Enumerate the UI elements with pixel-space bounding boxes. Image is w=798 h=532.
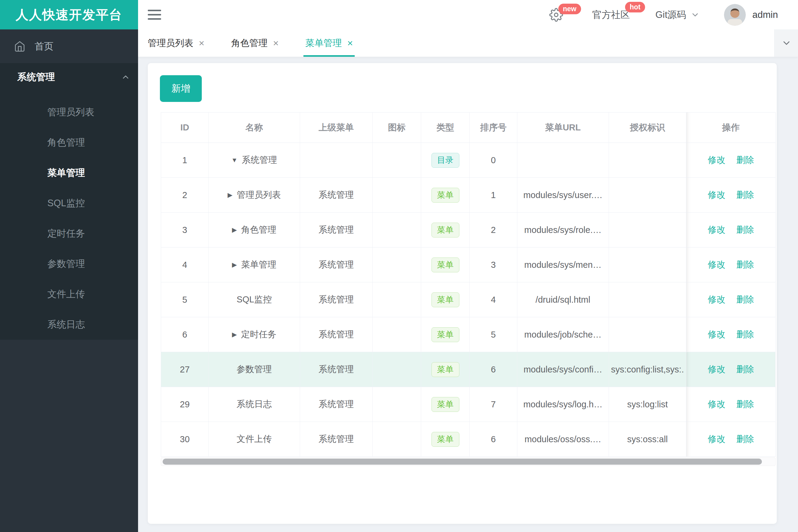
delete-link[interactable]: 删除 bbox=[737, 154, 754, 166]
horizontal-scrollbar-thumb[interactable] bbox=[163, 459, 762, 465]
sidebar-item-label: 定时任务 bbox=[47, 227, 85, 240]
sidebar-item[interactable]: 角色管理 bbox=[0, 127, 138, 158]
close-icon[interactable]: × bbox=[273, 38, 279, 48]
cell-url: modules/sys/role.… bbox=[517, 213, 609, 247]
delete-link[interactable]: 删除 bbox=[737, 328, 754, 341]
delete-link[interactable]: 删除 bbox=[737, 363, 754, 376]
tab-list: 管理员列表×角色管理×菜单管理× bbox=[138, 30, 798, 57]
sidebar-item-label: 管理员列表 bbox=[47, 106, 94, 119]
user-menu[interactable]: admin bbox=[724, 4, 778, 26]
avatar bbox=[724, 4, 746, 26]
tab-label: 角色管理 bbox=[231, 37, 267, 50]
edit-link[interactable]: 修改 bbox=[708, 224, 725, 236]
edit-link[interactable]: 修改 bbox=[708, 154, 725, 166]
git-source-label: Git源码 bbox=[655, 8, 686, 21]
tab-item[interactable]: 管理员列表× bbox=[148, 30, 204, 57]
edit-link[interactable]: 修改 bbox=[708, 398, 725, 411]
table-header-row: ID名称上级菜单图标类型排序号菜单URL授权标识操作 bbox=[161, 113, 775, 143]
edit-link[interactable]: 修改 bbox=[708, 293, 725, 306]
close-icon[interactable]: × bbox=[347, 38, 353, 48]
horizontal-scrollbar-track[interactable] bbox=[161, 457, 776, 466]
edit-link[interactable]: 修改 bbox=[708, 433, 725, 445]
tab-item[interactable]: 菜单管理× bbox=[305, 30, 353, 57]
hamburger-icon bbox=[148, 18, 161, 20]
sidebar-item[interactable]: 管理员列表 bbox=[0, 97, 138, 127]
cell-url: modules/sys/log.h… bbox=[517, 387, 609, 422]
expand-closed-icon[interactable]: ▶ bbox=[227, 191, 233, 199]
expand-closed-icon[interactable]: ▶ bbox=[232, 226, 237, 233]
cell-id: 29 bbox=[161, 387, 209, 422]
cell-perms bbox=[609, 178, 687, 212]
delete-link[interactable]: 删除 bbox=[737, 189, 754, 201]
sidebar-item[interactable]: 定时任务 bbox=[0, 218, 138, 249]
community-link[interactable]: 官方社区 hot bbox=[592, 8, 630, 21]
sidebar-item-home[interactable]: 首页 bbox=[0, 30, 138, 63]
expand-open-icon[interactable]: ▼ bbox=[231, 156, 238, 164]
add-button[interactable]: 新增 bbox=[160, 75, 202, 102]
cell-name: ▶管理员列表 bbox=[209, 178, 300, 212]
table-row[interactable]: 3▶角色管理系统管理菜单2modules/sys/role.…修改删除 bbox=[161, 213, 775, 247]
sidebar-item-label: 系统日志 bbox=[47, 318, 85, 331]
table-row[interactable]: 30文件上传系统管理菜单6modules/oss/oss.…sys:oss:al… bbox=[161, 422, 775, 457]
sidebar-item[interactable]: 菜单管理 bbox=[0, 158, 138, 188]
sidebar-item-label: 菜单管理 bbox=[47, 167, 85, 179]
close-icon[interactable]: × bbox=[199, 38, 204, 48]
cell-icon bbox=[373, 247, 421, 282]
settings-button[interactable]: new bbox=[549, 8, 563, 22]
sidebar-item[interactable]: SQL监控 bbox=[0, 188, 138, 218]
edit-link[interactable]: 修改 bbox=[708, 363, 725, 376]
table-row[interactable]: 6▶定时任务系统管理菜单5modules/job/sche…修改删除 bbox=[161, 317, 775, 352]
delete-link[interactable]: 删除 bbox=[737, 224, 754, 236]
expand-closed-icon[interactable]: ▶ bbox=[232, 331, 237, 338]
sidebar-toggle-button[interactable] bbox=[148, 0, 161, 30]
tab-list-dropdown-button[interactable] bbox=[774, 30, 798, 57]
table-header-cell: 图标 bbox=[373, 113, 421, 143]
delete-link[interactable]: 删除 bbox=[737, 433, 754, 445]
sidebar-item[interactable]: 参数管理 bbox=[0, 249, 138, 279]
sidebar-item[interactable]: 系统日志 bbox=[0, 309, 138, 340]
menu-name-label: 定时任务 bbox=[241, 328, 276, 341]
table-row[interactable]: 2▶管理员列表系统管理菜单1modules/sys/user.…修改删除 bbox=[161, 178, 775, 213]
cell-url bbox=[517, 143, 609, 177]
cell-url: modules/sys/men… bbox=[517, 247, 609, 282]
edit-link[interactable]: 修改 bbox=[708, 259, 725, 271]
sidebar-submenu: 管理员列表角色管理菜单管理SQL监控定时任务参数管理文件上传系统日志 bbox=[0, 91, 138, 340]
git-source-link[interactable]: Git源码 bbox=[655, 8, 700, 21]
action-links: 修改删除 bbox=[708, 433, 754, 445]
cell-actions: 修改删除 bbox=[686, 143, 775, 177]
expand-closed-icon[interactable]: ▶ bbox=[232, 261, 237, 268]
cell-parent-menu: 系统管理 bbox=[300, 178, 373, 212]
sidebar-group-title[interactable]: 系统管理 bbox=[0, 63, 138, 91]
table-row[interactable]: 4▶菜单管理系统管理菜单3modules/sys/men…修改删除 bbox=[161, 247, 775, 282]
table-row[interactable]: 1▼系统管理目录0修改删除 bbox=[161, 143, 775, 178]
cell-actions: 修改删除 bbox=[686, 282, 775, 317]
cell-icon bbox=[373, 352, 421, 387]
sidebar-item-label: 文件上传 bbox=[47, 288, 85, 301]
cell-parent-menu: 系统管理 bbox=[300, 352, 373, 387]
delete-link[interactable]: 删除 bbox=[737, 293, 754, 306]
table-row[interactable]: 27参数管理系统管理菜单6modules/sys/confi…sys:confi… bbox=[161, 352, 775, 387]
table-row[interactable]: 29系统日志系统管理菜单7modules/sys/log.h…sys:log:l… bbox=[161, 387, 775, 422]
delete-link[interactable]: 删除 bbox=[737, 259, 754, 271]
tab-item[interactable]: 角色管理× bbox=[231, 30, 279, 57]
menu-name-label: 角色管理 bbox=[241, 224, 276, 236]
cell-sort: 2 bbox=[470, 213, 517, 247]
delete-link[interactable]: 删除 bbox=[737, 398, 754, 411]
content-card: 新增 ID名称上级菜单图标类型排序号菜单URL授权标识操作 1▼系统管理目录0修… bbox=[148, 63, 777, 524]
chevron-down-icon bbox=[781, 38, 792, 48]
cell-actions: 修改删除 bbox=[686, 387, 775, 422]
cell-perms bbox=[609, 143, 687, 177]
sidebar-item-label: SQL监控 bbox=[47, 197, 85, 210]
sidebar-item[interactable]: 文件上传 bbox=[0, 279, 138, 309]
edit-link[interactable]: 修改 bbox=[708, 189, 725, 201]
menu-name-label: 参数管理 bbox=[237, 363, 272, 376]
table-body: 1▼系统管理目录0修改删除2▶管理员列表系统管理菜单1modules/sys/u… bbox=[161, 143, 775, 457]
cell-sort: 3 bbox=[470, 247, 517, 282]
table-row[interactable]: 5SQL监控系统管理菜单4/druid/sql.html修改删除 bbox=[161, 282, 775, 317]
edit-link[interactable]: 修改 bbox=[708, 328, 725, 341]
username-label: admin bbox=[753, 10, 778, 20]
cell-url: modules/oss/oss.… bbox=[517, 422, 609, 456]
table-header-cell: 上级菜单 bbox=[300, 113, 373, 143]
cell-type: 菜单 bbox=[421, 282, 470, 317]
cell-actions: 修改删除 bbox=[686, 422, 775, 456]
